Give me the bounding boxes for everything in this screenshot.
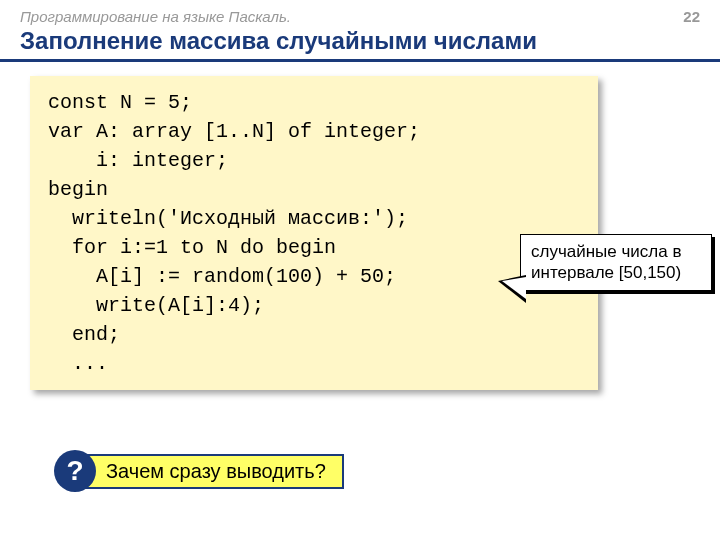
code-line: writeln('Исходный массив:'); [48,207,408,230]
code-block: const N = 5; var A: array [1..N] of inte… [30,76,598,390]
question-row: ? Зачем сразу выводить? [54,450,344,492]
callout-line: случайные числа в [531,241,701,262]
code-line: begin [48,178,108,201]
question-icon: ? [54,450,96,492]
callout-line: интервале [50,150) [531,262,701,283]
callout-box: случайные числа в интервале [50,150) [520,234,712,291]
question-text: Зачем сразу выводить? [82,454,344,489]
code-line: var A: array [1..N] of integer; [48,120,420,143]
code-line: ... [48,352,108,375]
breadcrumb: Программирование на языке Паскаль. [20,8,683,25]
code-line: write(A[i]:4); [48,294,264,317]
code-line: A[i] := random(100) + 50; [48,265,396,288]
code-line: end; [48,323,120,346]
title-rule [0,59,720,62]
page-number: 22 [683,8,700,25]
code-line: for i:=1 to N do begin [48,236,336,259]
callout-pointer-fill [502,277,526,299]
code-line: i: integer; [48,149,228,172]
header-bar: Программирование на языке Паскаль. 22 [0,0,720,25]
code-line: const N = 5; [48,91,192,114]
page-title: Заполнение массива случайными числами [0,25,720,59]
